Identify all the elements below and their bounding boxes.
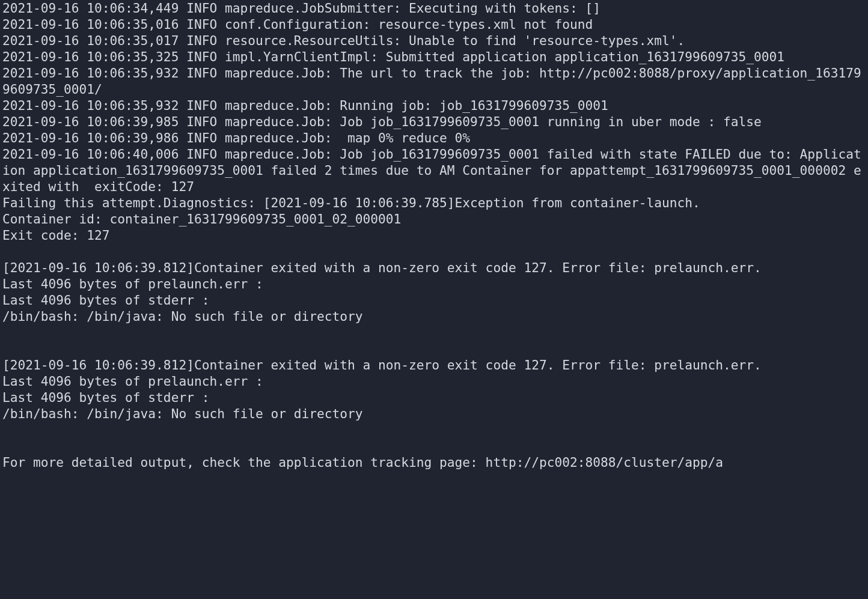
terminal-output[interactable]: 2021-09-16 10:06:34,449 INFO mapreduce.J…	[0, 0, 868, 470]
